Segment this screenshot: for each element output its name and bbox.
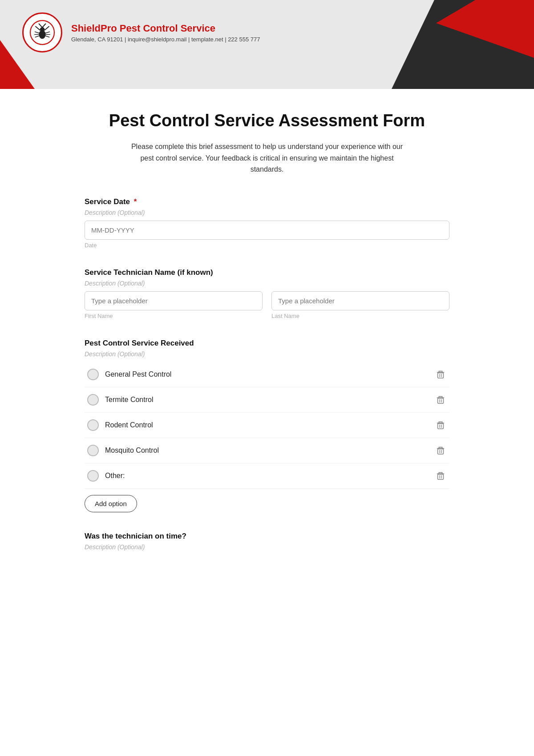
- delete-option-icon[interactable]: [434, 394, 447, 406]
- radio-option-row: Termite Control: [85, 387, 449, 413]
- svg-rect-26: [438, 449, 444, 454]
- company-logo: [22, 12, 62, 52]
- radio-label: Other:: [105, 472, 125, 480]
- service-received-label: Pest Control Service Received: [85, 339, 449, 348]
- logo-svg: [29, 19, 56, 46]
- on-time-label: Was the technician on time?: [85, 532, 449, 541]
- radio-option-row: General Pest Control: [85, 362, 449, 387]
- name-fields-group: First Name Last Name: [85, 291, 449, 319]
- delete-option-icon[interactable]: [434, 444, 447, 457]
- radio-option-row: Rodent Control: [85, 413, 449, 438]
- svg-rect-14: [438, 373, 444, 378]
- radio-label: Mosquito Control: [105, 446, 159, 454]
- svg-rect-30: [438, 474, 444, 479]
- add-option-button[interactable]: Add option: [85, 495, 137, 512]
- radio-circle[interactable]: [87, 369, 99, 380]
- delete-option-icon[interactable]: [434, 470, 447, 482]
- svg-line-4: [42, 24, 46, 28]
- first-name-input[interactable]: [85, 291, 263, 310]
- service-received-description: Description (Optional): [85, 350, 449, 358]
- technician-name-label: Service Technician Name (if known): [85, 268, 449, 277]
- form-title: Pest Control Service Assessment Form: [85, 111, 449, 130]
- radio-circle[interactable]: [87, 470, 99, 482]
- svg-rect-18: [438, 398, 444, 403]
- form-description: Please complete this brief assessment to…: [125, 141, 409, 175]
- radio-label: Termite Control: [105, 396, 153, 404]
- svg-line-12: [44, 27, 49, 30]
- required-asterisk: *: [134, 197, 137, 206]
- radio-option-left: Other:: [87, 470, 125, 482]
- header-content: ShieldPro Pest Control Service Glendale,…: [0, 0, 534, 65]
- first-name-sublabel: First Name: [85, 313, 263, 319]
- radio-option-left: General Pest Control: [87, 369, 171, 380]
- service-date-sublabel: Date: [85, 242, 449, 249]
- radio-option-left: Mosquito Control: [87, 445, 159, 456]
- page-header: ShieldPro Pest Control Service Glendale,…: [0, 0, 534, 89]
- last-name-sublabel: Last Name: [271, 313, 449, 319]
- radio-label: General Pest Control: [105, 370, 171, 378]
- service-date-description: Description (Optional): [85, 209, 449, 216]
- svg-line-3: [39, 24, 43, 28]
- radio-option-left: Rodent Control: [87, 419, 153, 431]
- radio-circle[interactable]: [87, 419, 99, 431]
- main-content: Pest Control Service Assessment Form Ple…: [0, 89, 534, 592]
- delete-option-icon[interactable]: [434, 419, 447, 431]
- svg-line-10: [45, 36, 49, 37]
- last-name-wrapper: Last Name: [271, 291, 449, 319]
- section-technician-name: Service Technician Name (if known) Descr…: [85, 268, 449, 319]
- radio-option-left: Termite Control: [87, 394, 153, 406]
- last-name-input[interactable]: [271, 291, 449, 310]
- radio-label: Rodent Control: [105, 421, 153, 429]
- section-service-date: Service Date * Description (Optional) Da…: [85, 197, 449, 249]
- svg-line-11: [36, 27, 40, 30]
- section-on-time: Was the technician on time? Description …: [85, 532, 449, 551]
- service-date-label: Service Date *: [85, 197, 449, 206]
- service-options-list: General Pest Control Termite Control: [85, 362, 449, 489]
- technician-name-description: Description (Optional): [85, 280, 449, 287]
- company-name: ShieldPro Pest Control Service: [71, 23, 260, 34]
- svg-line-8: [45, 32, 50, 33]
- first-name-wrapper: First Name: [85, 291, 263, 319]
- section-service-received: Pest Control Service Received Descriptio…: [85, 339, 449, 512]
- svg-line-5: [35, 32, 40, 33]
- radio-circle[interactable]: [87, 445, 99, 456]
- radio-option-row: Mosquito Control: [85, 438, 449, 463]
- on-time-description: Description (Optional): [85, 543, 449, 551]
- svg-rect-22: [438, 423, 444, 429]
- radio-circle[interactable]: [87, 394, 99, 406]
- company-info: ShieldPro Pest Control Service Glendale,…: [71, 23, 260, 43]
- company-details: Glendale, CA 91201 | inquire@shieldpro.m…: [71, 36, 260, 43]
- service-date-input[interactable]: [85, 221, 449, 240]
- radio-option-row: Other:: [85, 463, 449, 489]
- svg-line-7: [35, 36, 39, 37]
- delete-option-icon[interactable]: [434, 368, 447, 381]
